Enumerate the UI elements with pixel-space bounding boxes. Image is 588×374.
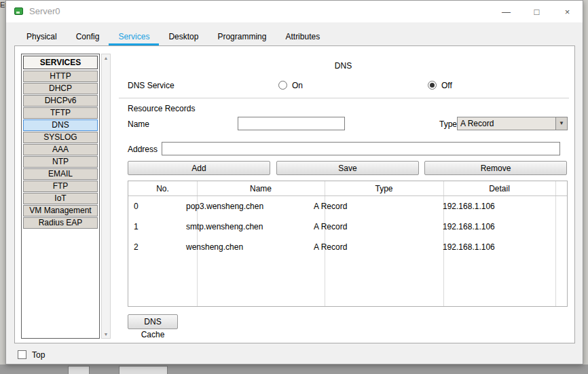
minimize-button[interactable]: —: [491, 1, 521, 22]
packet-tracer-device-icon: [14, 6, 24, 16]
sidebar-item-http[interactable]: HTTP: [23, 71, 98, 82]
table-row[interactable]: 1 smtp.wensheng.chen A Record 192.168.1.…: [128, 217, 567, 237]
section-divider: [119, 98, 569, 98]
tab-desktop[interactable]: Desktop: [159, 29, 208, 45]
address-label: Address: [128, 145, 158, 154]
tab-attributes[interactable]: Attributes: [276, 29, 329, 45]
dns-cache-button[interactable]: DNS Cache: [128, 314, 178, 329]
cell-name: pop3.wensheng.chen: [186, 196, 263, 217]
sidebar-item-ntp[interactable]: NTP: [23, 156, 98, 168]
services-sidebar-header: SERVICES: [23, 56, 98, 69]
name-label: Name: [128, 119, 149, 129]
chevron-down-icon: ▼: [555, 117, 567, 130]
cell-no: 0: [134, 196, 139, 217]
tab-config[interactable]: Config: [67, 29, 109, 45]
tab-bar: Physical Config Services Desktop Program…: [17, 29, 329, 45]
tab-physical[interactable]: Physical: [17, 29, 67, 45]
cell-name: wensheng.chen: [186, 237, 243, 257]
dns-off-label: Off: [441, 81, 452, 90]
services-sidebar: SERVICES HTTP DHCP DHCPv6 TFTP DNS SYSLO…: [21, 54, 100, 339]
cell-detail: 192.168.1.106: [443, 217, 495, 237]
sidebar-item-syslog[interactable]: SYSLOG: [23, 132, 98, 143]
top-checkbox-label: Top: [32, 350, 45, 360]
type-label: Type: [439, 119, 457, 129]
window-title: Server0: [29, 6, 60, 16]
background-window-fragment: [68, 366, 90, 374]
sidebar-item-dhcp[interactable]: DHCP: [23, 83, 98, 94]
table-row[interactable]: 2 wensheng.chen A Record 192.168.1.106: [128, 237, 567, 257]
column-header-name: Name: [197, 181, 325, 196]
column-header-type: Type: [325, 181, 443, 196]
tab-services[interactable]: Services: [109, 29, 159, 45]
top-checkbox[interactable]: [18, 350, 26, 359]
services-tab-content: SERVICES HTTP DHCP DHCPv6 TFTP DNS SYSLO…: [14, 45, 575, 343]
titlebar: Server0 — □ ×: [6, 1, 583, 22]
sidebar-item-aaa[interactable]: AAA: [23, 144, 98, 155]
name-input[interactable]: [238, 117, 345, 130]
scroll-up-icon[interactable]: ▲: [102, 56, 110, 60]
type-select[interactable]: A Record ▼: [457, 117, 568, 130]
tab-programming[interactable]: Programming: [208, 29, 276, 45]
resource-records-table: No. Name Type Detail 0 pop3.wensheng.che…: [128, 181, 568, 307]
dns-service-label: DNS Service: [128, 81, 174, 90]
cell-detail: 192.168.1.106: [443, 196, 495, 217]
background-window-fragment: [119, 366, 168, 374]
cell-no: 1: [134, 217, 139, 237]
sidebar-item-radius-eap[interactable]: Radius EAP: [23, 217, 98, 229]
type-select-value: A Record: [460, 119, 494, 128]
sidebar-scrollbar[interactable]: ▲ ▼: [101, 54, 111, 339]
dns-on-label: On: [292, 81, 303, 90]
remove-button[interactable]: Remove: [424, 161, 567, 175]
sidebar-item-email[interactable]: EMAIL: [23, 168, 98, 180]
dns-panel-title: DNS: [119, 61, 568, 71]
scroll-down-icon[interactable]: ▼: [102, 332, 110, 337]
add-button[interactable]: Add: [128, 161, 270, 175]
cell-name: smtp.wensheng.chen: [186, 217, 263, 237]
maximize-button[interactable]: □: [521, 1, 552, 22]
dns-on-radio[interactable]: [278, 81, 287, 90]
close-button[interactable]: ×: [552, 1, 583, 22]
column-header-no: No.: [128, 181, 197, 196]
cell-type: A Record: [314, 196, 347, 217]
sidebar-item-iot[interactable]: IoT: [23, 193, 98, 204]
dns-off-radio[interactable]: [428, 81, 437, 90]
sidebar-item-tftp[interactable]: TFTP: [23, 107, 98, 119]
resource-records-label: Resource Records: [128, 104, 195, 113]
cell-detail: 192.168.1.106: [443, 237, 495, 257]
sidebar-item-dhcpv6[interactable]: DHCPv6: [23, 95, 98, 107]
sidebar-item-dns[interactable]: DNS: [23, 119, 98, 131]
server0-window: Server0 — □ × Physical Config Services D…: [5, 0, 583, 364]
cell-type: A Record: [314, 237, 347, 257]
sidebar-item-vm-management[interactable]: VM Management: [23, 205, 98, 217]
sidebar-item-ftp[interactable]: FTP: [23, 181, 98, 192]
cell-type: A Record: [314, 217, 347, 237]
table-row[interactable]: 0 pop3.wensheng.chen A Record 192.168.1.…: [128, 196, 567, 217]
column-header-detail: Detail: [443, 181, 555, 196]
table-header-row: No. Name Type Detail: [128, 181, 567, 196]
save-button[interactable]: Save: [276, 161, 419, 175]
cell-no: 2: [134, 237, 139, 257]
address-input[interactable]: [162, 142, 560, 155]
